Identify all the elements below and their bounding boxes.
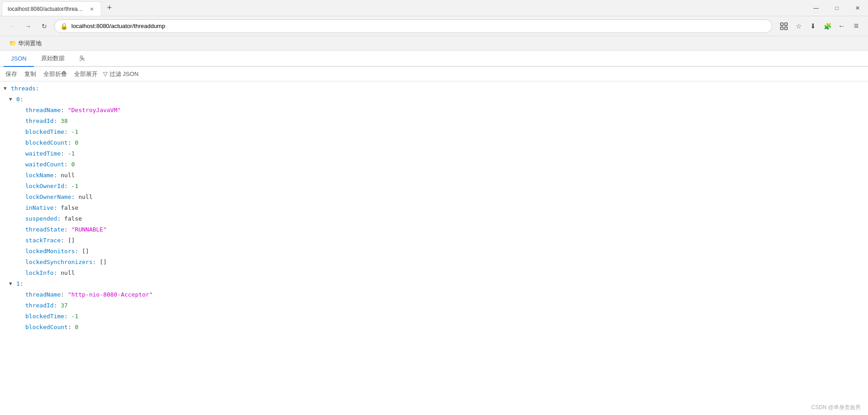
json-sep: : [20, 278, 27, 289]
new-tab-button[interactable]: + [103, 2, 116, 14]
json-sep: : [61, 148, 68, 159]
json-value: 0 [75, 137, 79, 148]
json-line: blockedCount: 0 [0, 322, 868, 333]
no-arrow [18, 203, 25, 213]
collapse-all-button[interactable]: 全部折叠 [42, 69, 69, 79]
json-sep: : [93, 257, 100, 268]
json-sep: : [54, 300, 61, 311]
json-line: threadState: "RUNNABLE" [0, 224, 868, 235]
json-value: 37 [61, 300, 68, 311]
json-key: lockName [25, 170, 54, 181]
json-value: 0 [75, 322, 79, 333]
json-sep: : [68, 137, 75, 148]
json-line: blockedTime: -1 [0, 311, 868, 322]
json-key: threads [11, 83, 36, 94]
back-button[interactable]: ← [5, 20, 18, 33]
tab-title: localhost:8080/actuator/thread… [8, 6, 85, 12]
favorites-icon[interactable]: ☆ [792, 20, 805, 33]
json-line: waitedCount: 0 [0, 159, 868, 170]
json-key: lockOwnerId [25, 181, 64, 192]
back-icon: ← [9, 23, 15, 30]
no-arrow [18, 159, 25, 170]
json-key: waitedTime [25, 148, 61, 159]
json-sep: : [64, 159, 71, 170]
json-sep: : [20, 94, 27, 105]
svg-rect-3 [785, 27, 788, 29]
reload-icon: ↻ [42, 23, 47, 30]
url-bar[interactable]: 🔒 localhost:8080/actuator/threaddump [54, 19, 772, 33]
address-bar: ← → ↻ 🔒 localhost:8080/actuator/threaddu… [0, 16, 868, 36]
svg-rect-2 [781, 27, 783, 29]
browser-back-icon[interactable]: ← [835, 20, 848, 33]
json-key: threadId [25, 300, 54, 311]
star-icon: ☆ [796, 22, 802, 30]
json-value: null [61, 170, 75, 181]
filter-icon: ▽ [103, 71, 108, 77]
download-icon[interactable]: ⬇ [807, 20, 819, 33]
extensions-puzzle-icon[interactable]: 🧩 [821, 20, 834, 33]
json-sep: : [54, 203, 61, 213]
url-text: localhost:8080/actuator/threaddump [71, 23, 766, 29]
tab-raw[interactable]: 原始数据 [34, 51, 72, 67]
json-line: blockedTime: -1 [0, 127, 868, 137]
json-line: waitedTime: -1 [0, 148, 868, 159]
json-line: stackTrace: [] [0, 235, 868, 246]
json-sep: : [54, 116, 61, 127]
no-arrow [18, 257, 25, 268]
json-line: lockedMonitors: [] [0, 246, 868, 257]
expand-all-button[interactable]: 全部展开 [72, 69, 99, 79]
json-sep: : [64, 311, 71, 322]
browser-frame: localhost:8080/actuator/thread… × + — □ … [0, 0, 868, 415]
tab-bar: localhost:8080/actuator/thread… × + — □ … [0, 0, 868, 16]
collapse-arrow[interactable] [9, 94, 16, 105]
no-arrow [18, 192, 25, 203]
json-key: threadName [25, 289, 61, 300]
folder-icon: 📁 [9, 40, 16, 47]
tab-headers[interactable]: 头 [72, 51, 92, 67]
no-arrow [18, 246, 25, 257]
reload-button[interactable]: ↻ [38, 20, 51, 33]
no-arrow [18, 311, 25, 322]
json-content[interactable]: threads: 0: threadName: "DestroyJavaVM" … [0, 81, 868, 415]
json-line: lockedSynchronizers: [] [0, 257, 868, 268]
filter-button[interactable]: ▽ 过滤 JSON [103, 70, 138, 78]
json-key: blockedTime [25, 311, 64, 322]
maximize-button[interactable]: □ [826, 0, 847, 16]
json-value: "http-nio-8080-Acceptor" [68, 289, 153, 300]
json-value: -1 [71, 311, 79, 322]
json-key: lockedMonitors [25, 246, 75, 257]
json-toolbar: 保存 复制 全部折叠 全部展开 ▽ 过滤 JSON [0, 67, 868, 81]
json-key: blockedTime [25, 127, 64, 137]
no-arrow [18, 170, 25, 181]
no-arrow [18, 289, 25, 300]
json-value: -1 [71, 181, 79, 192]
json-key: lockInfo [25, 268, 54, 278]
active-tab[interactable]: localhost:8080/actuator/thread… × [2, 1, 101, 16]
json-line: lockOwnerName: null [0, 192, 868, 203]
collapse-arrow[interactable] [4, 83, 11, 94]
tab-json[interactable]: JSON [4, 51, 34, 67]
json-sep: : [71, 192, 79, 203]
toolbar-icons: ☆ ⬇ 🧩 ← ≡ [778, 20, 863, 33]
json-key: threadId [25, 116, 54, 127]
tab-close-button[interactable]: × [88, 5, 95, 13]
window-controls: — □ ✕ [806, 0, 868, 16]
bookmark-item[interactable]: 📁 华润置地 [5, 38, 45, 48]
json-value: -1 [71, 127, 79, 137]
no-arrow [18, 300, 25, 311]
page-info-icon: 🔒 [60, 23, 68, 30]
forward-button[interactable]: → [22, 20, 34, 33]
copy-button[interactable]: 复制 [23, 69, 38, 79]
collapse-arrow[interactable] [9, 278, 16, 289]
save-button[interactable]: 保存 [4, 69, 19, 79]
no-arrow [18, 322, 25, 333]
menu-icon[interactable]: ≡ [850, 20, 863, 33]
close-button[interactable]: ✕ [847, 0, 868, 16]
extensions-icon[interactable] [778, 20, 790, 33]
minimize-button[interactable]: — [806, 0, 826, 16]
json-key: suspended [25, 213, 57, 224]
json-value: null [61, 268, 75, 278]
svg-rect-0 [781, 23, 783, 25]
json-key: 0 [16, 94, 20, 105]
json-line: lockInfo: null [0, 268, 868, 278]
